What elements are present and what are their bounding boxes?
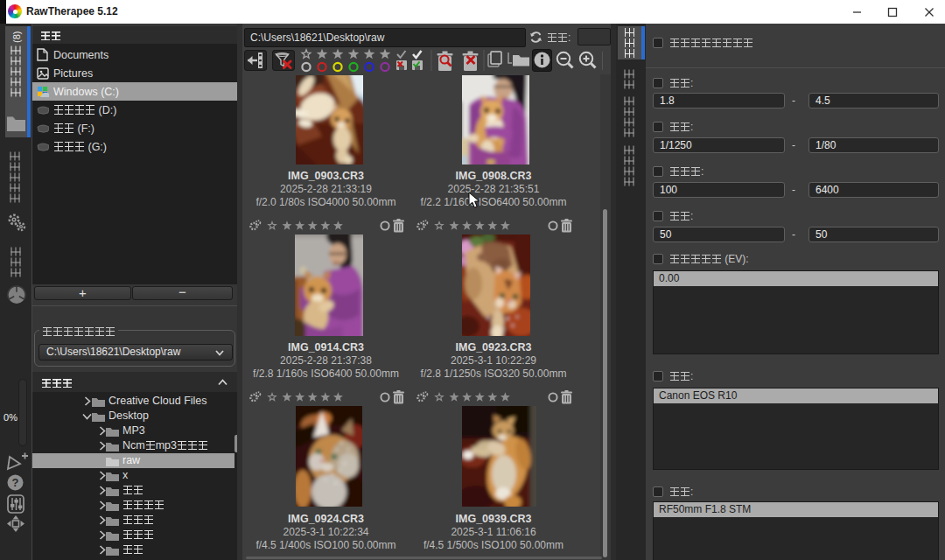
svg-text:?: ?: [12, 476, 19, 489]
